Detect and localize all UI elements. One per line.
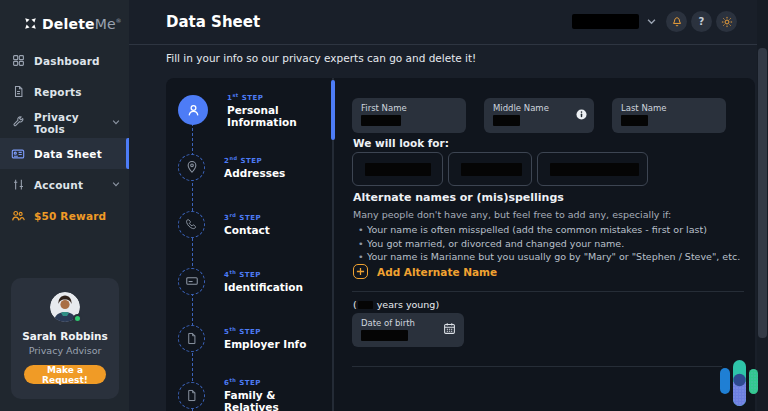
calendar-icon[interactable] bbox=[443, 322, 456, 335]
look-for-chip bbox=[352, 152, 443, 186]
stepper: 1st STEP Personal Information 2nd STEP A… bbox=[166, 78, 333, 411]
step-identification[interactable]: 4th STEP Identification bbox=[178, 265, 303, 297]
middle-name-field[interactable]: Middle Name bbox=[484, 98, 594, 133]
sidebar-item-label: Data Sheet bbox=[34, 148, 102, 160]
sidebar-item-dashboard[interactable]: Dashboard bbox=[0, 45, 129, 76]
redacted-value bbox=[461, 163, 522, 176]
chat-widget-launcher[interactable] bbox=[712, 354, 760, 406]
sidebar-item-reports[interactable]: Reports bbox=[0, 76, 129, 107]
notifications-button[interactable] bbox=[666, 11, 687, 32]
step-family-relatives[interactable]: 6th STEP Family & Relatives bbox=[178, 379, 333, 411]
advisor-card: Sarah Robbins Privacy Advisor Make a Req… bbox=[11, 278, 119, 399]
sidebar-item-label: Dashboard bbox=[34, 55, 100, 67]
page-title: Data Sheet bbox=[166, 13, 260, 31]
look-for-chips-row bbox=[352, 152, 648, 186]
page-subtitle: Fill in your info so our privacy experts… bbox=[166, 52, 476, 64]
sidebar: DeleteMe® Dashboard Reports Privacy Tool… bbox=[0, 0, 129, 411]
sidebar-item-label: $50 Reward bbox=[34, 210, 106, 222]
data-sheet-card: 1st STEP Personal Information 2nd STEP A… bbox=[166, 78, 755, 411]
step-contact[interactable]: 3rd STEP Contact bbox=[178, 208, 270, 240]
we-will-look-for-label: We will look for: bbox=[353, 137, 449, 149]
redacted-value bbox=[621, 115, 648, 126]
main-area: Data Sheet ? Fill in your bbox=[129, 0, 768, 411]
card-icon bbox=[178, 268, 205, 295]
chevron-down-icon[interactable] bbox=[647, 19, 656, 25]
theme-toggle-button[interactable] bbox=[716, 11, 737, 32]
last-name-field[interactable]: Last Name bbox=[612, 98, 726, 133]
add-alternate-name-button[interactable]: Add Alternate Name bbox=[353, 264, 497, 279]
wrench-icon bbox=[10, 115, 26, 131]
info-icon[interactable] bbox=[576, 109, 587, 120]
plus-icon bbox=[353, 264, 368, 279]
help-icon: ? bbox=[699, 16, 705, 27]
step-addresses[interactable]: 2nd STEP Addresses bbox=[178, 151, 285, 183]
sidebar-item-50-reward[interactable]: $50 Reward bbox=[0, 200, 129, 231]
sidebar-item-data-sheet[interactable]: Data Sheet bbox=[0, 138, 129, 169]
chevron-down-icon bbox=[112, 120, 120, 125]
deleteme-pinwheel-icon bbox=[24, 17, 37, 30]
redacted-value bbox=[550, 163, 639, 176]
redacted-value bbox=[361, 330, 408, 341]
topbar: Data Sheet ? bbox=[129, 0, 768, 45]
personal-information-form: First Name Middle Name Last Name bbox=[352, 78, 745, 411]
date-of-birth-field[interactable]: Date of birth bbox=[352, 313, 464, 347]
bell-icon bbox=[671, 16, 683, 28]
sliders-icon bbox=[10, 177, 26, 193]
deleteme-app: DeleteMe® Dashboard Reports Privacy Tool… bbox=[0, 0, 768, 411]
people-icon bbox=[10, 208, 26, 224]
sidebar-item-label: Account bbox=[34, 179, 83, 191]
id-card-icon bbox=[10, 146, 26, 162]
look-for-chip bbox=[537, 152, 648, 186]
bullet-item: You got married, or divorced and changed… bbox=[358, 237, 740, 251]
bullet-item: Your name is Marianne but you usually go… bbox=[358, 250, 740, 264]
chevron-down-icon bbox=[112, 182, 120, 187]
brand-text: DeleteMe® bbox=[42, 14, 122, 33]
sidebar-item-label: Privacy Tools bbox=[34, 111, 112, 135]
bullet-item: Your name is often misspelled (add the c… bbox=[358, 223, 740, 237]
online-status-dot bbox=[73, 314, 82, 323]
redacted-value bbox=[361, 115, 401, 126]
avatar bbox=[50, 292, 80, 322]
sidebar-item-label: Reports bbox=[34, 86, 82, 98]
age-note: ( years young) bbox=[353, 299, 439, 310]
advisor-role: Privacy Advisor bbox=[19, 345, 111, 356]
dashboard-grid-icon bbox=[10, 53, 26, 69]
person-icon bbox=[178, 95, 208, 125]
divider bbox=[352, 291, 744, 292]
divider bbox=[352, 366, 722, 367]
step-employer-info[interactable]: 5th STEP Employer Info bbox=[178, 322, 306, 354]
phone-icon bbox=[178, 211, 205, 238]
document-icon bbox=[178, 325, 205, 352]
redacted-value bbox=[493, 115, 520, 126]
step-personal-information[interactable]: 1st STEP Personal Information bbox=[178, 94, 333, 126]
alternate-names-intro: Many people don't have any, but feel fre… bbox=[353, 209, 671, 220]
user-menu-redacted[interactable] bbox=[572, 14, 639, 29]
document-icon bbox=[178, 382, 205, 409]
page-scrollbar-thumb[interactable] bbox=[758, 48, 767, 338]
alternate-names-title: Alternate names or (mis)spellings bbox=[353, 191, 564, 204]
make-a-request-button[interactable]: Make a Request! bbox=[24, 365, 106, 384]
form-scrollbar-thumb[interactable] bbox=[331, 80, 335, 140]
redacted-value bbox=[358, 301, 373, 309]
theme-sun-icon bbox=[721, 16, 733, 28]
sidebar-item-privacy-tools[interactable]: Privacy Tools bbox=[0, 107, 129, 138]
first-name-field[interactable]: First Name bbox=[352, 98, 466, 133]
advisor-name: Sarah Robbins bbox=[19, 330, 111, 342]
topbar-actions: ? bbox=[572, 11, 737, 32]
look-for-chip bbox=[448, 152, 532, 186]
sidebar-item-account[interactable]: Account bbox=[0, 169, 129, 200]
name-fields-row: First Name Middle Name Last Name bbox=[352, 98, 726, 133]
location-pin-icon bbox=[178, 154, 205, 181]
redacted-value bbox=[365, 163, 431, 176]
help-button[interactable]: ? bbox=[691, 11, 712, 32]
sidebar-nav: Dashboard Reports Privacy Tools Data S bbox=[0, 45, 129, 231]
report-file-icon bbox=[10, 84, 26, 100]
alternate-names-bullets: Your name is often misspelled (add the c… bbox=[358, 223, 740, 264]
deleteme-logo[interactable]: DeleteMe® bbox=[24, 14, 129, 33]
chat-widget-bars-icon bbox=[712, 354, 760, 406]
